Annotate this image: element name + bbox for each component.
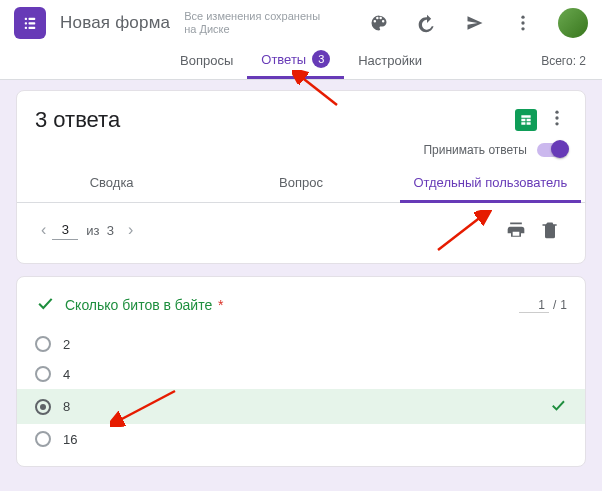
tab-answers-label: Ответы — [261, 52, 306, 67]
responses-heading: 3 ответа — [35, 107, 515, 133]
total-count: Всего: 2 — [541, 54, 586, 68]
score-value[interactable]: 1 — [519, 298, 549, 313]
svg-rect-2 — [25, 22, 27, 24]
tab-questions[interactable]: Вопросы — [166, 42, 247, 79]
svg-rect-4 — [25, 27, 27, 29]
svg-point-7 — [521, 21, 524, 24]
answer-option[interactable]: 16 — [17, 424, 585, 454]
forms-app-icon[interactable] — [14, 7, 46, 39]
subtab-summary[interactable]: Сводка — [17, 163, 206, 202]
svg-rect-0 — [25, 18, 27, 20]
accept-responses-label: Принимать ответы — [423, 143, 527, 157]
option-label: 2 — [63, 337, 70, 352]
svg-rect-5 — [29, 27, 36, 29]
pager-prev[interactable]: ‹ — [35, 217, 52, 243]
pager-of-label: из 3 — [78, 223, 122, 238]
print-icon[interactable] — [499, 213, 533, 247]
sheets-icon[interactable] — [515, 109, 537, 131]
question-text: Сколько битов в байте * — [65, 297, 224, 313]
subtab-question[interactable]: Вопрос — [206, 163, 395, 202]
answer-option[interactable]: 2 — [17, 329, 585, 359]
undo-icon[interactable] — [410, 6, 444, 40]
responses-card: 3 ответа Принимать ответы Сводка Вопрос … — [16, 90, 586, 264]
radio-icon — [35, 336, 51, 352]
tab-answers[interactable]: Ответы 3 — [247, 42, 344, 79]
accept-responses-toggle[interactable] — [537, 143, 567, 157]
delete-icon[interactable] — [533, 213, 567, 247]
responses-more-icon[interactable] — [547, 108, 567, 132]
svg-rect-3 — [29, 22, 36, 24]
tab-settings[interactable]: Настройки — [344, 42, 436, 79]
svg-rect-1 — [29, 18, 36, 20]
svg-point-6 — [521, 16, 524, 19]
required-mark: * — [214, 297, 223, 313]
subtab-individual[interactable]: Отдельный пользователь — [396, 163, 585, 202]
radio-icon — [35, 399, 51, 415]
form-title[interactable]: Новая форма — [60, 13, 170, 33]
answers-badge: 3 — [312, 50, 330, 68]
pager-current[interactable]: 3 — [52, 220, 78, 240]
svg-point-9 — [555, 111, 558, 114]
svg-point-11 — [555, 122, 558, 125]
correct-check-icon — [35, 293, 55, 317]
radio-icon — [35, 366, 51, 382]
answer-option[interactable]: 4 — [17, 359, 585, 389]
option-label: 16 — [63, 432, 77, 447]
send-icon[interactable] — [458, 6, 492, 40]
save-status: Все изменения сохранены на Диске — [184, 10, 320, 36]
question-card: Сколько битов в байте * 1 / 1 24816 — [16, 276, 586, 467]
svg-point-10 — [555, 116, 558, 119]
svg-point-8 — [521, 27, 524, 30]
answer-option[interactable]: 8 — [17, 389, 585, 424]
pager-next[interactable]: › — [122, 217, 139, 243]
avatar[interactable] — [558, 8, 588, 38]
theme-icon[interactable] — [362, 6, 396, 40]
option-label: 4 — [63, 367, 70, 382]
radio-icon — [35, 431, 51, 447]
option-correct-icon — [549, 396, 567, 417]
question-score: 1 / 1 — [519, 298, 567, 313]
option-label: 8 — [63, 399, 70, 414]
more-icon[interactable] — [506, 6, 540, 40]
